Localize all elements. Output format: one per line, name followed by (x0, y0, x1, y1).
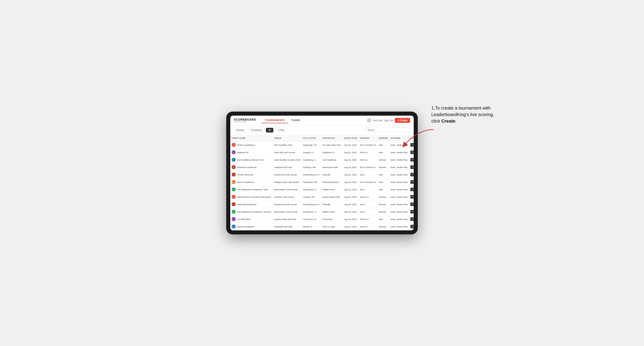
cell-city-state: Freeport, IL (302, 149, 321, 156)
event-name-text: MSMC Qualifying 1 (237, 144, 256, 146)
cell-gender: Women (378, 193, 389, 201)
annotation-block: 1.To create a tournament with Leaderboar… (431, 105, 504, 124)
tab-tournaments[interactable]: TOURNAMENTS (262, 117, 288, 123)
edit-button[interactable]: ✎ Edit (410, 217, 414, 221)
cell-city-state: Oskaloosa, IA (302, 208, 321, 215)
cell-start-date: Aug 25, 2023 (342, 149, 358, 156)
create-button[interactable]: + Create (395, 118, 410, 123)
cell-scoring: team, Stroke Play (389, 208, 409, 215)
event-name-text: Fall Statesmen Invitational - Men (237, 188, 268, 191)
col-hosted-by: HOSTED BY (321, 135, 342, 141)
cell-hosted-by: William Penn (321, 186, 342, 193)
team-icon: u (232, 202, 236, 206)
edit-button[interactable]: ✎ Edit (410, 158, 414, 162)
edit-button[interactable]: ✎ Edit (410, 210, 414, 213)
cell-start-date: Aug 28, 2023 (342, 223, 358, 230)
cell-actions: ✎ Edit (409, 164, 414, 171)
edit-button[interactable]: ✎ Edit (410, 195, 414, 199)
team-icon: F (232, 210, 236, 214)
events-table-container: EVENT NAME VENUE CITY, STATE HOSTED BY S… (230, 135, 414, 230)
cell-hosted-by: Murray State (OK) (321, 193, 342, 201)
cell-division: NAIA (358, 201, 378, 208)
tablet-screen: SCOREBOARD Powered by Clipp TOURNAMENTS … (230, 116, 414, 230)
cell-start-date: Aug 28, 2023 (342, 178, 358, 186)
cell-division: NJCAA I (358, 156, 378, 164)
edit-button[interactable]: ✎ Edit (410, 165, 414, 169)
cell-event-name: C Carl Sandburg Women FA23 (230, 156, 273, 164)
col-venue: VENUE (273, 135, 302, 141)
cell-event-name: V VU PREVIEW (230, 215, 273, 223)
tab-teams[interactable]: TEAMS (288, 117, 303, 123)
cell-event-name: W 2023 Women's Hesston Fall Kickoff (230, 193, 273, 201)
col-start-date: START DATE (342, 135, 358, 141)
table-row: Mo Morris Invitational Ruttger's Bay Lak… (230, 178, 414, 186)
logo-area: SCOREBOARD Powered by Clipp (234, 118, 256, 123)
cell-division: NCAA Division II (358, 164, 378, 171)
cell-actions: ✎ Edit (409, 193, 414, 201)
cell-hosted-by: John A Logan (321, 223, 342, 230)
cell-start-date: Aug 28, 2023 (342, 208, 358, 215)
cell-venue: Kokopelli Golf Club (273, 223, 302, 230)
cell-scoring: team, Stroke Play (389, 178, 409, 186)
cell-venue: StoneCrest Golf Course (273, 171, 302, 178)
event-name-text: Fall Statesmen Invitational - Women (237, 210, 271, 213)
team-icon: C (232, 158, 236, 162)
event-name-text: UPIKE Fall Invite (237, 173, 253, 176)
cell-start-date: Aug 24, 2023 (342, 141, 358, 149)
cell-hosted-by: William Penn (321, 208, 342, 215)
cell-actions: ✎ Edit (409, 201, 414, 208)
cell-start-date: Aug 28, 2023 (342, 201, 358, 208)
cell-venue: Park Hills Golf Course (273, 149, 302, 156)
team-icon: F (232, 187, 236, 191)
event-name-text: Highland 36 (237, 151, 248, 154)
table-row: M MSMC Qualifying 1 The Powelton Club Ne… (230, 141, 414, 149)
team-icon: W (232, 195, 236, 199)
cell-hosted-by: Highland CC (321, 149, 342, 156)
competing-filter[interactable]: Competing (248, 128, 264, 133)
cell-hosted-by: Vincennes (321, 215, 342, 223)
cell-venue: Hesston Golf Course (273, 193, 302, 201)
table-row: M Maverick Invitational Faribault Golf C… (230, 164, 414, 171)
edit-button[interactable]: ✎ Edit (410, 173, 414, 176)
cell-start-date: Aug 28, 2023 (342, 186, 358, 193)
app-header: SCOREBOARD Powered by Clipp TOURNAMENTS … (230, 116, 414, 125)
cell-scoring: team, Stroke Play (389, 171, 409, 178)
cell-gender: Women (378, 208, 389, 215)
events-table: EVENT NAME VENUE CITY, STATE HOSTED BY S… (230, 135, 414, 230)
cell-scoring: team, Stroke Play (389, 193, 409, 201)
cell-scoring: team, Stroke Play (389, 223, 409, 230)
filter-icon-btn[interactable]: ≡ Filter (275, 128, 287, 133)
edit-button[interactable]: ✎ Edit (410, 188, 414, 191)
edit-button[interactable]: ✎ Edit (410, 151, 414, 154)
hosting-filter[interactable]: Hosting (234, 128, 246, 133)
logo-text: SCOREBOARD (234, 118, 256, 121)
team-icon: Mo (232, 180, 236, 184)
cell-event-name: F Fall Statesmen Invitational - Women (230, 208, 273, 215)
team-icon: M (232, 143, 236, 147)
cell-event-name: U UPIKE Fall Invite (230, 171, 273, 178)
nav-tabs: TOURNAMENTS TEAMS (262, 117, 303, 123)
cell-venue: Cypress Hills Golf Club (273, 215, 302, 223)
edit-button[interactable]: ✎ Edit (410, 180, 414, 184)
cell-event-name: H Highland 36 (230, 149, 273, 156)
cell-event-name: K Klash at Kokopelli (230, 223, 273, 230)
col-event-name: EVENT NAME (230, 135, 273, 141)
cell-venue: Edmundson Golf Course (273, 208, 302, 215)
cell-city-state: Oskaloosa, IA (302, 186, 321, 193)
cell-scoring: team, Stroke Play (389, 156, 409, 164)
edit-button[interactable]: ✎ Edit (410, 202, 414, 206)
event-name-text: Carl Sandburg Women FA23 (237, 159, 264, 161)
table-header-row: EVENT NAME VENUE CITY, STATE HOSTED BY S… (230, 135, 414, 141)
settings-icon[interactable] (367, 118, 371, 122)
cell-city-state: Prestonsburg, KY (302, 171, 321, 178)
cell-hosted-by: Pikeville (321, 171, 342, 178)
cell-actions: ✎ Edit (409, 215, 414, 223)
sign-out-link[interactable]: Sign Out (384, 119, 393, 122)
cell-hosted-by: Mt. Saint Mary (NY) (321, 141, 342, 149)
edit-button[interactable]: ✎ Edit (410, 225, 414, 228)
cell-gender: Men (378, 171, 389, 178)
cell-division: NAIA (358, 171, 378, 178)
cell-division: NCAA Division III (358, 141, 378, 149)
all-filter[interactable]: All (266, 128, 273, 133)
cell-city-state: Vincennes, IN (302, 215, 321, 223)
